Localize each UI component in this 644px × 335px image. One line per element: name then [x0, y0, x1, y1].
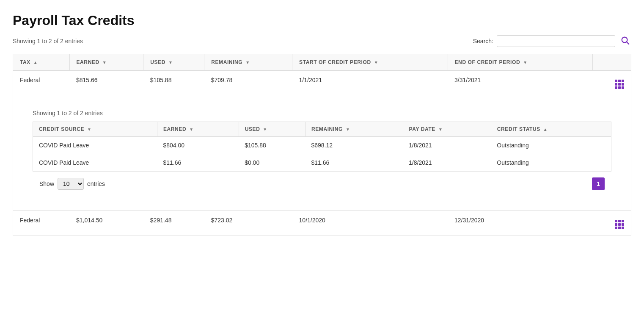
- entries-label: entries: [87, 180, 105, 187]
- inner-cell-credit-status-2: Outstanding: [491, 154, 611, 172]
- inner-col-credit-source: CREDIT SOURCE ▼: [33, 122, 157, 137]
- search-label: Search:: [473, 38, 493, 44]
- cell-earned-2: $1,014.50: [69, 211, 143, 235]
- cell-start-1: 1/1/2021: [292, 71, 448, 95]
- inner-table: CREDIT SOURCE ▼ EARNED ▼ USED ▼: [33, 122, 611, 172]
- col-actions: [592, 54, 631, 71]
- cell-end-2: 12/31/2020: [448, 211, 592, 235]
- page-1-button[interactable]: 1: [592, 177, 605, 190]
- inner-table-header-row: CREDIT SOURCE ▼ EARNED ▼ USED ▼: [33, 122, 611, 137]
- pagination-bar: Show 10 25 50 100 entries 1: [33, 172, 611, 196]
- inner-cell-earned-1: $804.00: [157, 137, 239, 154]
- inner-sort-icon-credit-source: ▼: [87, 127, 92, 132]
- inner-col-earned: EARNED ▼: [157, 122, 239, 137]
- svg-line-1: [627, 42, 629, 44]
- col-earned: EARNED ▼: [69, 54, 143, 71]
- inner-sort-icon-remaining: ▼: [346, 127, 350, 132]
- inner-table-row-2: COVID Paid Leave $11.66 $0.00 $11.66 1/8…: [33, 154, 611, 172]
- col-end-credit-period: END OF CREDIT PERIOD ▼: [448, 54, 592, 71]
- per-page-select[interactable]: 10 25 50 100: [58, 178, 84, 190]
- table-row: Federal $815.66 $105.88 $709.78 1/1/2021…: [13, 71, 631, 95]
- inner-col-remaining: REMAINING ▼: [305, 122, 403, 137]
- search-icon: [620, 36, 630, 45]
- show-entries: Show 10 25 50 100 entries: [39, 178, 105, 190]
- sort-icon-tax: ▲: [33, 60, 38, 65]
- search-container: Search:: [473, 35, 631, 47]
- expanded-row-1: Showing 1 to 2 of 2 entries CREDIT SOURC…: [13, 95, 631, 211]
- inner-cell-used-1: $105.88: [239, 137, 305, 154]
- table-row-2: Federal $1,014.50 $291.48 $723.02 10/1/2…: [13, 211, 631, 235]
- inner-col-pay-date: PAY DATE ▼: [403, 122, 491, 137]
- inner-cell-credit-status-1: Outstanding: [491, 137, 611, 154]
- cell-remaining-2: $723.02: [204, 211, 292, 235]
- inner-col-used: USED ▼: [239, 122, 305, 137]
- col-start-credit-period: START OF CREDIT PERIOD ▼: [292, 54, 448, 71]
- col-tax: TAX ▲: [13, 54, 70, 71]
- inner-sort-icon-pay-date: ▼: [438, 127, 443, 132]
- inner-cell-used-2: $0.00: [239, 154, 305, 172]
- page-title: Payroll Tax Credits: [13, 13, 631, 28]
- col-used: USED ▼: [143, 54, 204, 71]
- cell-used-2: $291.48: [143, 211, 204, 235]
- sort-icon-earned: ▼: [102, 60, 107, 65]
- expanded-content-1: Showing 1 to 2 of 2 entries CREDIT SOURC…: [20, 101, 624, 205]
- cell-remaining-1: $709.78: [204, 71, 292, 95]
- expand-row-2-button[interactable]: [615, 217, 624, 229]
- sort-icon-start: ▼: [374, 60, 379, 65]
- col-remaining: REMAINING ▼: [204, 54, 292, 71]
- inner-sort-icon-credit-status: ▲: [543, 127, 548, 132]
- cell-tax-1: Federal: [13, 71, 70, 95]
- show-label: Show: [39, 180, 54, 187]
- expand-row-1-button[interactable]: [615, 77, 624, 89]
- inner-table-row-1: COVID Paid Leave $804.00 $105.88 $698.12…: [33, 137, 611, 154]
- cell-start-2: 10/1/2020: [292, 211, 448, 235]
- search-button[interactable]: [619, 36, 631, 47]
- sort-icon-end: ▼: [523, 60, 528, 65]
- inner-cell-remaining-2: $11.66: [305, 154, 403, 172]
- cell-tax-2: Federal: [13, 211, 70, 235]
- inner-sort-icon-used: ▼: [263, 127, 267, 132]
- inner-cell-pay-date-1: 1/8/2021: [403, 137, 491, 154]
- inner-cell-pay-date-2: 1/8/2021: [403, 154, 491, 172]
- grid-icon-1: [615, 80, 624, 89]
- cell-earned-1: $815.66: [69, 71, 143, 95]
- inner-sort-icon-earned: ▼: [189, 127, 194, 132]
- inner-cell-remaining-1: $698.12: [305, 137, 403, 154]
- search-input[interactable]: [497, 35, 615, 47]
- expanded-entries-info: Showing 1 to 2 of 2 entries: [33, 110, 611, 116]
- cell-end-1: 3/31/2021: [448, 71, 592, 95]
- main-entries-info: Showing 1 to 2 of 2 entries: [13, 38, 83, 44]
- cell-actions-2[interactable]: [592, 211, 631, 235]
- cell-used-1: $105.88: [143, 71, 204, 95]
- page-numbers: 1: [592, 177, 605, 190]
- inner-cell-credit-source-2: COVID Paid Leave: [33, 154, 157, 172]
- expanded-cell-1: Showing 1 to 2 of 2 entries CREDIT SOURC…: [13, 95, 631, 211]
- inner-col-credit-status: CREDIT STATUS ▲: [491, 122, 611, 137]
- cell-actions-1[interactable]: [592, 71, 631, 95]
- sort-icon-remaining: ▼: [245, 60, 250, 65]
- main-table: TAX ▲ EARNED ▼ USED ▼ REMAINING ▼ START …: [13, 54, 631, 235]
- inner-cell-credit-source-1: COVID Paid Leave: [33, 137, 157, 154]
- grid-icon-2: [615, 220, 624, 229]
- main-table-header-row: TAX ▲ EARNED ▼ USED ▼ REMAINING ▼ START …: [13, 54, 631, 71]
- inner-cell-earned-2: $11.66: [157, 154, 239, 172]
- sort-icon-used: ▼: [168, 60, 173, 65]
- top-bar: Showing 1 to 2 of 2 entries Search:: [13, 35, 631, 47]
